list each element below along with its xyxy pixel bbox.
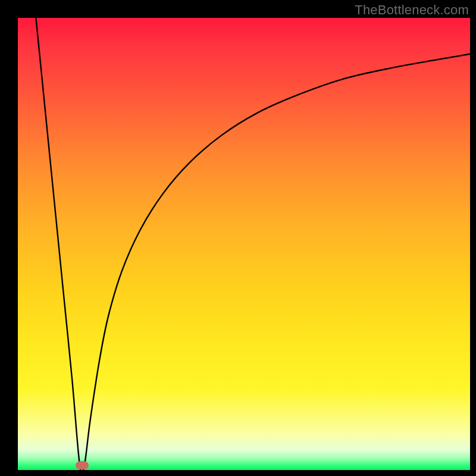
optimal-point-marker — [76, 461, 89, 469]
plot-area — [18, 18, 470, 470]
bottleneck-curve — [18, 18, 470, 470]
curve-path — [36, 18, 470, 470]
watermark-text: TheBottleneck.com — [355, 2, 469, 18]
